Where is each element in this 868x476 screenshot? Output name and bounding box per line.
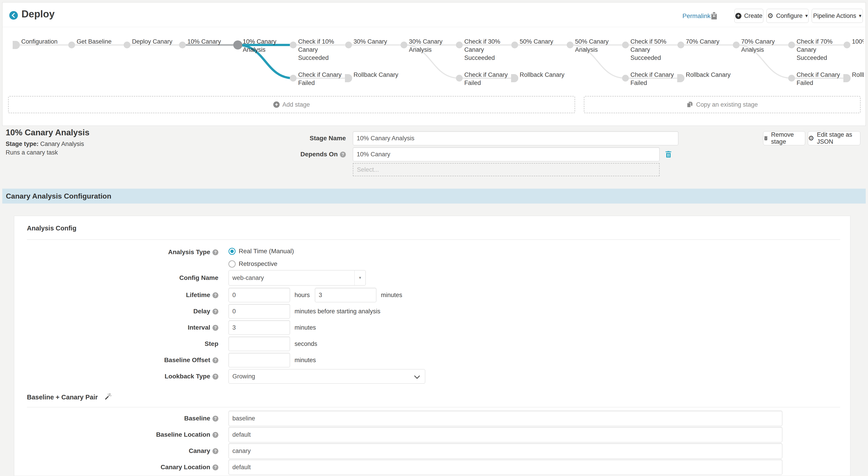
analysis-type-radio-retrospective[interactable]: Retrospective [228,260,277,267]
pipeline-node-c100[interactable] [844,41,850,49]
create-button[interactable]: + Create [735,9,763,23]
baseline-label: Baseline [184,415,210,422]
config-name-label: Config Name [14,270,218,286]
baseline-location-input[interactable] [228,427,782,442]
pipeline-node-deploy[interactable] [124,41,130,49]
stage-name-input[interactable] [353,131,678,145]
analysis-type-label-row: Analysis Type? [14,248,218,257]
remove-dependency-trash-icon[interactable] [664,150,673,159]
configure-button[interactable]: ⚙ Configure ▾ [767,9,809,23]
pipeline-node-label-r70[interactable]: Rollback Canary [852,71,864,79]
lookback-type-select[interactable]: Growing [228,369,425,384]
help-icon[interactable]: ? [213,325,218,331]
baseline-location-label: Baseline Location [156,431,210,438]
radio-icon[interactable] [228,248,236,255]
pipeline-node-f10[interactable] [290,75,297,82]
pipeline-node-label-r10[interactable]: Rollback Canary [353,71,400,79]
pipeline-node-label-ca70[interactable]: 70% Canary Analysis [741,37,787,54]
pipeline-node-chk50[interactable] [622,41,629,49]
pipeline-node-label-c50[interactable]: 50% Canary [520,37,566,45]
pipeline-node-label-c100[interactable]: 100% Canary [852,37,864,45]
pipeline-node-label-f70[interactable]: Check if Canary Failed [797,71,843,87]
depends-on-select[interactable]: Select... [353,163,659,176]
analysis-type-radio-realtime[interactable]: Real Time (Manual) [228,248,294,255]
depends-on-input[interactable] [353,147,659,161]
clipboard-copy-icon[interactable] [710,11,718,21]
pipeline-node-label-ca10[interactable]: 10% Canary Analysis [243,37,289,54]
plus-circle-icon: + [735,13,741,19]
edit-json-label: Edit stage as JSON [817,131,860,145]
copy-existing-stage-button[interactable]: Copy an existing stage [584,96,861,113]
pipeline-node-label-f50[interactable]: Check if Canary Failed [630,71,677,87]
pipeline-node-chk30[interactable] [456,41,463,49]
pipeline-node-label-chk30[interactable]: Check if 30% Canary Succeeded [464,37,510,62]
pipeline-actions-button[interactable]: Pipeline Actions ▾ [812,9,863,23]
lifetime-label: Lifetime [186,291,210,298]
pipeline-node-label-c10[interactable]: 10% Canary [187,37,234,45]
canary-location-input[interactable] [228,459,782,475]
pipeline-node-label-r30[interactable]: Rollback Canary [520,71,566,79]
step-suffix: seconds [294,337,317,351]
help-icon[interactable]: ? [340,152,346,157]
pipeline-node-chk70[interactable] [788,41,795,49]
help-icon[interactable]: ? [213,374,218,380]
pipeline-node-label-c30[interactable]: 30% Canary [353,37,400,45]
pipeline-node-label-f30[interactable]: Check if Canary Failed [464,71,510,87]
pipeline-node-baseline[interactable] [68,41,75,49]
help-icon[interactable]: ? [213,432,218,438]
pipeline-node-label-chk70[interactable]: Check if 70% Canary Succeeded [797,37,843,62]
pipeline-node-label-ca50[interactable]: 50% Canary Analysis [575,37,621,54]
step-label: Step [14,337,218,351]
back-arrow-icon[interactable] [9,11,18,20]
pipeline-node-ca50[interactable] [567,41,574,49]
pipeline-node-label-deploy[interactable]: Deploy Canary [132,37,178,45]
help-icon[interactable]: ? [213,292,218,298]
interval-label: Interval [188,324,210,331]
pipeline-node-label-c70[interactable]: 70% Canary [686,37,732,45]
depends-on-label-row: Depends On? [255,147,346,162]
help-icon[interactable]: ? [213,249,218,255]
canary-input[interactable] [228,443,782,458]
baseline-input[interactable] [228,411,782,426]
delay-label-row: Delay? [14,304,218,319]
baseline-offset-input[interactable] [228,353,290,367]
lifetime-hours-input[interactable] [228,288,290,302]
pipeline-node-c30[interactable] [345,41,352,49]
pipeline-header: Deploy Permalink + Create ⚙ Configure ▾ … [2,2,866,27]
pipeline-node-ca10[interactable] [233,40,242,50]
pipeline-node-label-ca30[interactable]: 30% Canary Analysis [409,37,455,54]
help-icon[interactable]: ? [213,416,218,421]
pipeline-node-f70[interactable] [788,75,795,82]
pipeline-node-label-baseline[interactable]: Get Baseline [76,37,123,45]
pipeline-node-c10[interactable] [179,41,186,49]
pipeline-node-label-f10[interactable]: Check if Canary Failed [298,71,344,87]
help-icon[interactable]: ? [213,465,218,470]
pipeline-card: Deploy Permalink + Create ⚙ Configure ▾ … [2,2,866,126]
pipeline-node-c50[interactable] [511,41,518,49]
pipeline-node-ca70[interactable] [733,41,740,49]
magic-wand-icon[interactable] [104,393,112,400]
help-icon[interactable]: ? [213,448,218,454]
divider [27,407,840,407]
radio-icon[interactable] [228,260,236,267]
pipeline-node-chk10[interactable] [290,41,297,49]
lifetime-minutes-input[interactable] [315,288,376,302]
help-icon[interactable]: ? [213,309,218,315]
pipeline-node-label-chk50[interactable]: Check if 50% Canary Succeeded [630,37,677,62]
step-input[interactable] [228,337,290,351]
pipeline-node-f50[interactable] [622,75,629,82]
pipeline-node-label-r50[interactable]: Rollback Canary [686,71,732,79]
pipeline-node-ca30[interactable] [401,41,407,49]
remove-stage-button[interactable]: Remove stage [763,131,805,145]
pipeline-node-label-cfg[interactable]: Configuration [21,37,68,45]
pipeline-node-f30[interactable] [456,75,463,82]
help-icon[interactable]: ? [213,357,218,363]
interval-input[interactable] [228,320,290,335]
edit-stage-as-json-button[interactable]: ⚙ Edit stage as JSON [808,131,860,145]
pipeline-node-c70[interactable] [677,41,684,49]
pipeline-node-label-chk10[interactable]: Check if 10% Canary Succeeded [298,37,344,62]
add-stage-button[interactable]: + Add stage [8,96,575,113]
config-name-select[interactable]: web-canary ▼ [228,270,366,286]
delay-input[interactable] [228,304,290,319]
permalink-link[interactable]: Permalink [682,12,710,20]
